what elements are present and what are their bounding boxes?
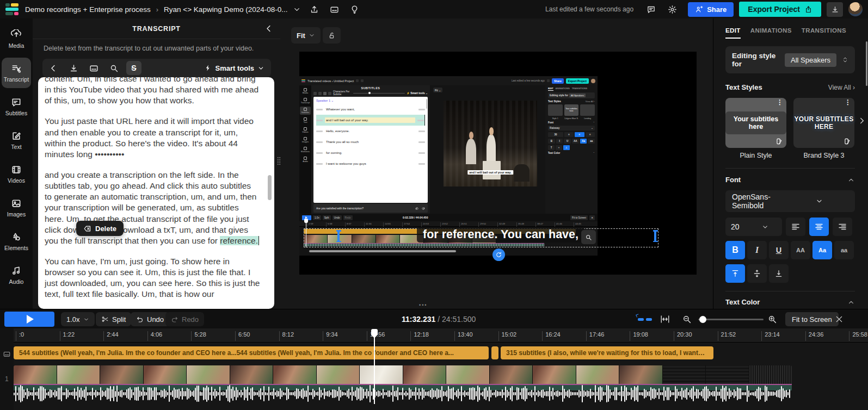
split-button[interactable]: Split [96,312,131,326]
breadcrumb-folder[interactable]: Demo recordings + Enterprise process [25,5,151,14]
style-card-plain[interactable]: ⋮ Your subtitles here [725,98,786,148]
canvas-zoom-fit-button[interactable]: Fit [291,27,321,44]
view-all-link[interactable]: View All › [828,84,855,91]
video-thumbnail [14,365,57,384]
sidebar-item-videos[interactable]: Videos [2,159,31,189]
rotate-handle[interactable] [493,249,505,261]
timeline-zoom-slider[interactable] [698,319,764,320]
fit-timeline-icon[interactable] [660,314,670,324]
user-avatar[interactable] [848,2,863,16]
close-icon[interactable] [835,315,844,324]
zoom-in-icon[interactable] [767,314,777,324]
tab-transitions[interactable]: TRANSITIONS [802,27,846,39]
speaker-select[interactable]: All Speakers [785,53,836,67]
align-right-button[interactable] [833,218,852,236]
selection-handle-left[interactable] [337,231,340,241]
lowercase-button[interactable]: aa [834,241,854,259]
search-icon[interactable] [109,64,119,73]
sidebar-item-subtitles[interactable]: Subtitles [2,91,31,122]
tab-animations[interactable]: ANIMATIONS [750,27,792,39]
caption-card-icon[interactable] [330,5,339,14]
strikethrough-tool-button[interactable]: S [126,61,141,75]
video-clip[interactable] [14,365,792,405]
transcript-scrollbar[interactable] [268,175,272,200]
share-upload-icon[interactable] [310,5,319,14]
transcript-paragraph[interactable]: content. Um, in this case I wanted to go… [45,77,260,106]
valign-middle-button[interactable] [747,264,767,283]
timeline-ruler[interactable]: :01:222:444:065:286:508:129:3410:5612:18… [0,328,868,343]
breadcrumb-project[interactable]: Ryan <> Kapwing Demo (2024-08-0... [164,5,287,14]
transcript-paragraph[interactable]: and you create a transcription on the le… [45,170,260,246]
subtitle-clip-1[interactable]: 544 subtitles (Well yeah, I'm Julia. Im … [14,346,489,359]
video-thumbnail [446,365,489,384]
ruler-tick: 10:56 [367,331,385,341]
download-button[interactable] [827,2,843,17]
canvas-area: Fit Translated videos › Untitled Project… [280,18,713,309]
kapwing-logo-icon[interactable] [5,3,20,15]
styles-next-icon[interactable] [857,116,866,125]
download-transcript-icon[interactable] [69,64,78,73]
timeline-resize-handle[interactable]: ••• [419,302,427,308]
font-family-select[interactable]: OpenSans-Semibold [725,190,855,212]
zoom-out-icon[interactable] [682,314,692,324]
font-size-select[interactable]: 20 [725,218,782,236]
settings-gear-icon[interactable] [668,5,677,14]
speaker-stepper-icon[interactable] [842,55,848,65]
subtitle-clip-2[interactable]: 315 subtitles (I also, while we're waiti… [501,346,713,359]
valign-top-button[interactable] [725,264,745,283]
ruler-tick: 1:22 [60,331,75,341]
back-icon[interactable] [49,64,58,73]
align-center-button[interactable] [809,218,829,236]
transcript-paragraph[interactable]: You can have, I'm um, just going. To sho… [45,256,260,300]
subtitle-overlay-text[interactable]: for reference. You can have, [417,227,584,243]
export-project-button[interactable]: Export Project [739,2,821,17]
style-swatch-icon[interactable] [775,138,783,145]
playback-speed-button[interactable]: 1.0x [61,312,95,326]
fit-to-screen-button[interactable]: Fit to Screen [785,312,839,326]
subtitle-card-icon[interactable] [89,64,99,73]
sidebar-item-transcript[interactable]: Transcript [2,58,31,88]
snapping-toggle-icon[interactable] [638,316,654,322]
project-menu-chevron-icon[interactable] [293,5,301,14]
collapse-section-icon[interactable] [847,299,855,306]
redo-button[interactable]: Redo [165,312,204,326]
align-left-button[interactable] [786,218,805,236]
video-thumbnail [100,365,143,384]
uppercase-button[interactable]: AA [791,241,810,259]
play-button[interactable] [4,312,54,327]
style-swatch-icon[interactable] [844,138,851,145]
lightbulb-icon[interactable] [350,5,359,14]
underline-button[interactable]: U [769,241,789,259]
subtitle-zoom-button[interactable] [581,230,596,244]
lock-open-icon [328,32,336,40]
collapse-section-icon[interactable] [847,176,855,184]
valign-bottom-button[interactable] [769,264,789,283]
highlighted-word[interactable]: reference. [220,236,259,245]
video-layer[interactable]: Translated videos › Untitled Project Las… [299,52,697,275]
lock-button[interactable] [323,27,341,44]
mixedcase-button[interactable]: Aa [812,241,832,259]
bold-button[interactable]: B [725,241,745,259]
panel-scrollbar[interactable] [866,41,867,86]
panel-resize-handle[interactable] [277,157,281,165]
sidebar-item-text[interactable]: Text [2,125,31,156]
italic-button[interactable]: I [747,241,767,259]
share-button[interactable]: Share [688,2,734,17]
kebab-menu-icon[interactable]: ⋮ [777,99,783,105]
sidebar-item-media[interactable]: Media [2,24,31,54]
sidebar-item-images[interactable]: Images [2,192,31,223]
subtitle-clip-gap[interactable] [491,346,498,359]
collapse-panel-icon[interactable] [264,24,274,33]
kebab-menu-icon[interactable]: ⋮ [845,99,851,105]
transcript-description: Delete text from the transcript to cut o… [44,45,280,52]
sidebar-item-audio[interactable]: Audio [2,260,31,290]
smart-tools-button[interactable]: Smart tools [205,64,264,72]
comments-icon[interactable] [647,5,656,14]
undo-button[interactable]: Undo [131,312,169,326]
transcript-paragraph[interactable]: You just paste that URL here and it will… [45,116,260,160]
selection-handle-right[interactable] [654,231,656,241]
style-card-brand[interactable]: ⋮ YOUR SUBTITLES HERE [793,98,854,148]
tab-edit[interactable]: EDIT [725,27,741,39]
sidebar-item-elements[interactable]: Elements [2,226,31,257]
delete-tooltip-button[interactable]: Delete [76,221,124,236]
